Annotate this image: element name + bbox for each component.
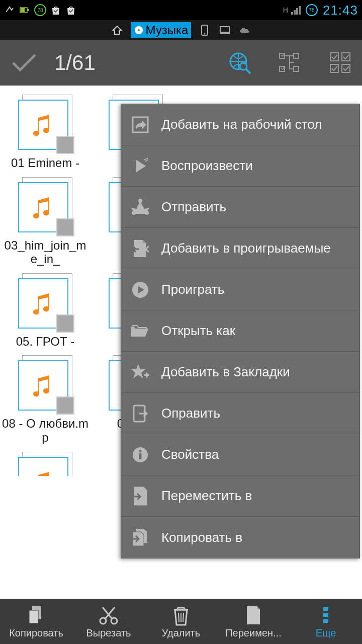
svg-rect-2 — [21, 8, 25, 12]
disc-icon — [134, 25, 144, 35]
status-right: H 78 21:43 — [283, 3, 358, 18]
computer-icon[interactable] — [218, 24, 231, 37]
play-icon — [130, 156, 150, 176]
svg-rect-37 — [323, 619, 328, 623]
file-name: 08 - О любви.mp — [2, 417, 88, 444]
notif-icon — [4, 5, 15, 16]
phone-icon[interactable] — [198, 24, 211, 37]
svg-point-4 — [138, 29, 140, 31]
svg-rect-7 — [220, 27, 229, 32]
move-icon — [130, 486, 150, 506]
tab-music[interactable]: Музыка — [131, 22, 192, 38]
bottom-label: Копировать — [9, 627, 63, 639]
svg-point-23 — [145, 211, 149, 215]
menu-text: Открыть как — [161, 323, 235, 339]
menu-text: Добавить на рабочий стол — [161, 117, 322, 132]
menu-copy-to[interactable]: Копировать в — [121, 517, 359, 558]
bottom-cut[interactable]: Вырезать — [72, 599, 145, 644]
music-file-icon — [15, 272, 75, 333]
svg-point-22 — [132, 211, 136, 215]
network-type: H — [283, 6, 288, 14]
confirm-check-icon[interactable] — [9, 52, 39, 74]
menu-send[interactable]: Отправить — [121, 187, 359, 228]
info-icon — [130, 445, 150, 465]
bottom-bar: Копировать Вырезать Удалить Переимен... … — [0, 599, 362, 644]
menu-bookmark[interactable]: Добавить в Закладки — [121, 352, 359, 393]
select-all-icon[interactable] — [328, 50, 353, 75]
file-name: 05. ГРОТ - — [2, 335, 88, 349]
menu-open-as[interactable]: Открыть как — [121, 310, 359, 352]
svg-rect-15 — [294, 66, 299, 71]
play-circle-icon — [130, 280, 150, 300]
home-icon[interactable] — [111, 24, 124, 37]
bottom-rename[interactable]: Переимен... — [217, 599, 290, 644]
menu-text: Добавить в проигрываемые — [161, 240, 331, 256]
file-name: 03_him_join_me_in_ — [2, 238, 88, 266]
export-icon — [130, 404, 150, 424]
status-bar: 78 H 78 21:43 — [0, 0, 362, 20]
signal-icon — [291, 6, 301, 15]
menu-text: Добавить в Закладки — [161, 364, 290, 380]
menu-play[interactable]: Воспроизвести — [121, 145, 359, 187]
selection-bar: 1/61 — [0, 40, 362, 86]
svg-rect-1 — [27, 9, 29, 11]
menu-add-desktop[interactable]: Добавить на рабочий стол — [121, 104, 359, 145]
svg-rect-26 — [146, 372, 148, 377]
menu-text: Свойства — [161, 447, 219, 462]
svg-rect-19 — [342, 64, 350, 72]
bottom-copy[interactable]: Копировать — [0, 599, 72, 644]
file-name: 01 Eminem - — [2, 156, 88, 170]
tree-icon[interactable] — [278, 50, 303, 75]
share-icon — [130, 197, 150, 217]
globe-search-icon[interactable] — [227, 50, 252, 75]
svg-point-6 — [204, 33, 206, 34]
music-file-icon — [15, 176, 75, 236]
trash-icon — [172, 604, 190, 626]
cloud-icon[interactable] — [238, 24, 251, 37]
bottom-label: Переимен... — [225, 627, 282, 639]
scissors-icon — [99, 604, 119, 626]
bottom-more[interactable]: Еще — [290, 599, 362, 644]
file-item[interactable]: 03_him_join_me_in_ — [0, 173, 90, 269]
file-item[interactable] — [0, 448, 90, 479]
bottom-label: Еще — [316, 627, 336, 639]
menu-text: Копировать в — [161, 530, 242, 545]
rename-icon — [245, 604, 262, 626]
menu-text: Оправить — [161, 406, 220, 421]
file-item[interactable]: 05. ГРОТ - — [0, 269, 90, 352]
file-item[interactable]: 08 - О любви.mp — [0, 351, 90, 447]
svg-rect-17 — [342, 53, 350, 61]
file-item[interactable]: 01 Eminem - — [0, 91, 90, 173]
menu-add-playlist[interactable]: Добавить в проигрываемые — [121, 228, 359, 269]
menu-properties[interactable]: Свойства — [121, 434, 359, 475]
menu-text: Воспроизвести — [161, 158, 253, 174]
svg-rect-8 — [220, 33, 230, 34]
svg-rect-36 — [323, 613, 328, 617]
badge-2: 78 — [306, 4, 318, 16]
svg-rect-16 — [330, 53, 338, 61]
svg-point-10 — [240, 63, 247, 70]
menu-send-2[interactable]: Оправить — [121, 393, 359, 434]
tab-label: Музыка — [146, 23, 189, 37]
music-file-icon — [15, 94, 75, 154]
clock: 21:43 — [323, 3, 358, 18]
badge-1: 78 — [34, 4, 46, 16]
selection-count: 1/61 — [54, 51, 212, 75]
svg-line-11 — [246, 69, 250, 73]
svg-rect-18 — [330, 64, 338, 72]
menu-text: Проиграть — [161, 282, 224, 297]
folder-open-icon — [130, 321, 150, 341]
shortcut-icon — [130, 115, 150, 135]
status-left: 78 — [4, 4, 76, 16]
tab-bar: Музыка — [0, 20, 362, 40]
svg-rect-35 — [323, 607, 328, 611]
svg-point-21 — [138, 199, 142, 203]
bottom-label: Удалить — [162, 627, 200, 639]
star-add-icon — [130, 362, 150, 382]
svg-point-29 — [139, 450, 142, 452]
copy-to-icon — [130, 527, 150, 547]
menu-move-to[interactable]: Переместить в — [121, 475, 359, 517]
svg-rect-30 — [139, 453, 142, 459]
menu-play-2[interactable]: Проиграть — [121, 269, 359, 310]
bottom-delete[interactable]: Удалить — [145, 599, 217, 644]
